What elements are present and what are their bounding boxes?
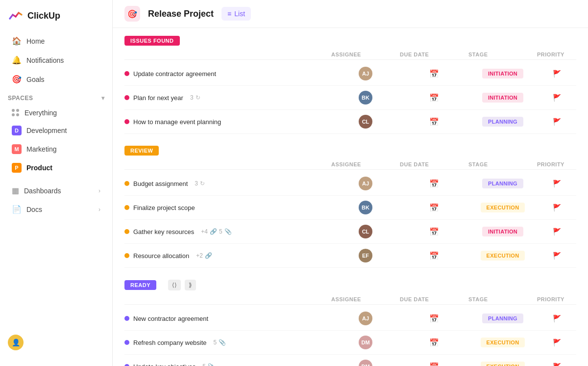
assignee-cell: CL — [331, 115, 400, 129]
stage-badge: INITIATION — [482, 69, 523, 78]
project-icon: 🎯 — [124, 6, 140, 22]
task-label: Resource allocation — [133, 252, 189, 260]
task-dot — [124, 364, 129, 366]
avatar: DM — [359, 360, 372, 366]
task-name-cell: How to manage event planning — [124, 118, 331, 126]
priority-cell: 🚩 — [537, 339, 576, 346]
table-row[interactable]: Finalize project scope BK 📅 EXECUTION 🚩 — [124, 196, 576, 220]
table-row[interactable]: Resource allocation +2 🔗 EF 📅 EXECUTION — [124, 244, 576, 268]
table-row[interactable]: How to manage event planning CL 📅 PLANNI… — [124, 110, 576, 134]
task-dot — [124, 253, 129, 258]
sidebar-item-marketing[interactable]: M Marketing — [4, 140, 108, 158]
goals-label: Goals — [26, 76, 45, 83]
stage-cell: EXECUTION — [468, 251, 537, 261]
avatar: EF — [359, 249, 372, 262]
sidebar-item-home[interactable]: 🏠 Home — [4, 32, 108, 50]
date-cell: 📅 — [400, 93, 468, 103]
task-name-cell: Plan for next year 3 ↻ — [124, 94, 331, 102]
stage-cell: INITIATION — [468, 69, 537, 78]
table-row[interactable]: Gather key resources +4 🔗 5 📎 CL 📅 INITI… — [124, 220, 576, 244]
date-cell: 📅 — [400, 338, 468, 347]
task-label: Update key objectives — [133, 363, 196, 366]
task-label: Gather key resources — [133, 228, 194, 235]
spaces-chevron[interactable]: ▾ — [101, 95, 105, 102]
top-bar: 🎯 Release Project ≡ List — [113, 0, 588, 28]
sidebar-item-development[interactable]: D Development — [4, 122, 108, 139]
col-header-task — [124, 52, 331, 57]
task-dot — [124, 340, 129, 345]
assignee-cell: AJ — [331, 312, 400, 325]
priority-icon: 🚩 — [553, 252, 561, 260]
priority-cell: 🚩 — [537, 252, 576, 260]
avatar: CL — [359, 225, 372, 238]
task-label: Budget assignment — [133, 180, 188, 187]
sidebar-item-goals[interactable]: 🎯 Goals — [4, 70, 108, 88]
stage-badge: EXECUTION — [481, 203, 525, 212]
task-label: Plan for next year — [133, 94, 183, 102]
table-row[interactable]: Plan for next year 3 ↻ BK 📅 INITIATION 🚩 — [124, 86, 576, 110]
docs-icon: 📄 — [12, 205, 22, 214]
avatar: AJ — [359, 67, 372, 80]
table-row[interactable]: New contractor agreement AJ 📅 PLANNING 🚩 — [124, 307, 576, 331]
project-title: Release Project — [148, 9, 214, 19]
task-meta: +2 🔗 — [196, 252, 212, 259]
sidebar-item-everything[interactable]: Everything — [4, 105, 108, 121]
calendar-icon: 📅 — [429, 179, 439, 188]
assignee-cell: AJ — [331, 177, 400, 190]
issues-header-row: ISSUES FOUND — [124, 36, 576, 46]
assignee-cell: EF — [331, 249, 400, 262]
avatar: AJ — [359, 312, 372, 325]
ready-badge: READY — [124, 280, 156, 290]
user-avatar[interactable]: 👤 — [8, 335, 24, 350]
table-row[interactable]: Update contractor agreement AJ 📅 INITIAT… — [124, 62, 576, 86]
ctrl-btn-2[interactable]: ⟫ — [185, 280, 196, 290]
marketing-label: Marketing — [26, 145, 56, 153]
avatar: BK — [359, 201, 372, 214]
task-meta: 3 ↻ — [190, 94, 200, 101]
stage-badge: INITIATION — [482, 227, 523, 236]
calendar-icon: 📅 — [429, 69, 439, 78]
col-priority: PRIORITY — [537, 161, 576, 167]
date-cell: 📅 — [400, 251, 468, 261]
priority-cell: 🚩 — [537, 180, 576, 187]
priority-cell: 🚩 — [537, 94, 576, 102]
task-meta: 5 📎 — [214, 339, 226, 346]
sidebar-item-dashboards[interactable]: ▦ Dashboards › — [4, 182, 108, 200]
task-name-cell: Resource allocation +2 🔗 — [124, 252, 331, 260]
table-row[interactable]: Budget assignment 3 ↻ AJ 📅 PLANNING 🚩 — [124, 172, 576, 196]
table-row[interactable]: Refresh company website 5 📎 DM 📅 EXECUTI… — [124, 331, 576, 355]
sidebar-item-product[interactable]: P Product — [4, 159, 108, 177]
ctrl-btn-1[interactable]: ⟨⟩ — [168, 280, 181, 290]
date-cell: 📅 — [400, 314, 468, 323]
dashboards-chevron: › — [98, 187, 100, 194]
stage-badge: EXECUTION — [481, 362, 525, 366]
assignee-cell: BK — [331, 91, 400, 105]
home-label: Home — [26, 37, 45, 45]
priority-cell: 🚩 — [537, 363, 576, 366]
table-row[interactable]: Update key objectives 5 📎 DM 📅 EXECUTION — [124, 355, 576, 366]
priority-cell: 🚩 — [537, 314, 576, 322]
dashboards-icon: ▦ — [12, 186, 19, 195]
priority-cell: 🚩 — [537, 118, 576, 126]
stage-cell: EXECUTION — [468, 203, 537, 212]
stage-cell: INITIATION — [468, 227, 537, 236]
priority-icon: 🚩 — [553, 70, 561, 78]
task-meta: 3 ↻ — [195, 180, 205, 187]
view-tab-list[interactable]: ≡ List — [221, 7, 251, 21]
stage-cell: PLANNING — [468, 314, 537, 323]
task-label: Finalize project scope — [133, 204, 195, 211]
task-label: Update contractor agreement — [133, 70, 216, 78]
clickup-logo-icon — [8, 8, 24, 24]
stage-cell: INITIATION — [468, 93, 537, 103]
stage-cell: PLANNING — [468, 117, 537, 127]
task-name-cell: Budget assignment 3 ↻ — [124, 180, 331, 187]
issues-col-headers: ASSIGNEE DUE DATE STAGE PRIORITY — [124, 50, 576, 60]
task-name-cell: New contractor agreement — [124, 315, 331, 322]
issues-section: ISSUES FOUND ASSIGNEE DUE DATE STAGE PRI… — [124, 36, 576, 134]
main-content: 🎯 Release Project ≡ List ISSUES FOUND AS… — [113, 0, 588, 366]
task-dot — [124, 181, 129, 186]
sidebar-item-notifications[interactable]: 🔔 Notifications — [4, 51, 108, 69]
sidebar-item-docs[interactable]: 📄 Docs › — [4, 200, 108, 218]
priority-icon: 🚩 — [553, 94, 561, 102]
priority-icon: 🚩 — [553, 204, 561, 211]
